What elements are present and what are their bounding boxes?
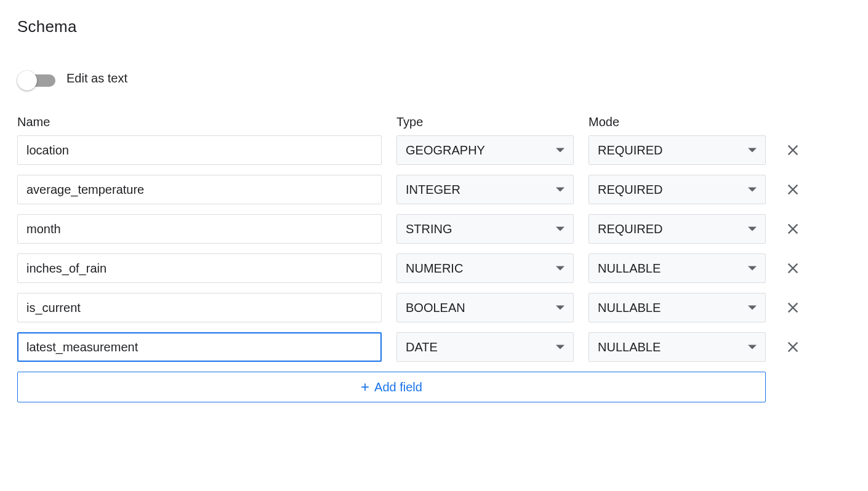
field-mode-select[interactable]: NULLABLE: [589, 293, 766, 322]
dropdown-icon: [748, 148, 757, 153]
dropdown-icon: [556, 345, 565, 349]
close-icon: [784, 299, 802, 316]
field-type-select[interactable]: STRING: [396, 214, 574, 244]
field-type-value: BOOLEAN: [406, 301, 465, 315]
field-type-value: INTEGER: [406, 183, 460, 197]
dropdown-icon: [748, 345, 757, 349]
field-type-value: NUMERIC: [406, 261, 463, 276]
column-headers: Name Type Mode: [17, 115, 851, 129]
edit-as-text-label: Edit as text: [66, 71, 127, 86]
field-mode-select[interactable]: REQUIRED: [589, 135, 766, 165]
dropdown-icon: [556, 266, 565, 271]
schema-rows: GEOGRAPHY REQUIRED INTEGER: [17, 135, 851, 362]
field-mode-select[interactable]: NULLABLE: [589, 332, 766, 362]
close-icon: [784, 142, 802, 159]
header-name: Name: [17, 115, 382, 129]
remove-field-button[interactable]: [783, 180, 803, 199]
field-name-input[interactable]: [17, 135, 382, 165]
field-mode-value: REQUIRED: [598, 222, 663, 236]
field-name-input[interactable]: [17, 175, 382, 204]
field-mode-value: NULLABLE: [598, 340, 661, 354]
field-name-input[interactable]: [17, 253, 382, 283]
schema-row: INTEGER REQUIRED: [17, 175, 851, 204]
field-name-input[interactable]: [17, 293, 382, 322]
add-field-label: Add field: [374, 380, 422, 394]
field-type-value: DATE: [406, 340, 438, 354]
schema-title: Schema: [17, 17, 851, 36]
field-mode-value: REQUIRED: [598, 183, 663, 197]
schema-row: DATE NULLABLE: [17, 332, 851, 362]
close-icon: [784, 220, 802, 238]
edit-as-text-toggle[interactable]: [17, 71, 55, 86]
field-type-select[interactable]: INTEGER: [396, 175, 574, 204]
field-type-select[interactable]: DATE: [396, 332, 574, 362]
header-type: Type: [396, 115, 574, 129]
close-icon: [784, 338, 802, 356]
dropdown-icon: [556, 306, 565, 310]
plus-icon: +: [361, 380, 369, 394]
close-icon: [784, 181, 802, 198]
add-field-row: + Add field: [17, 372, 851, 402]
remove-field-button[interactable]: [783, 140, 803, 160]
field-mode-value: REQUIRED: [598, 143, 663, 158]
schema-row: GEOGRAPHY REQUIRED: [17, 135, 851, 165]
remove-field-button[interactable]: [783, 337, 803, 357]
toggle-thumb: [17, 71, 37, 90]
dropdown-icon: [748, 266, 757, 271]
schema-row: BOOLEAN NULLABLE: [17, 293, 851, 322]
dropdown-icon: [748, 188, 757, 192]
header-mode: Mode: [589, 115, 766, 129]
remove-field-button[interactable]: [783, 298, 803, 317]
edit-as-text-row: Edit as text: [17, 71, 851, 86]
field-mode-select[interactable]: REQUIRED: [589, 175, 766, 204]
field-type-select[interactable]: GEOGRAPHY: [396, 135, 574, 165]
dropdown-icon: [556, 227, 565, 231]
schema-row: STRING REQUIRED: [17, 214, 851, 244]
remove-field-button[interactable]: [783, 219, 803, 239]
field-name-input[interactable]: [17, 332, 382, 362]
dropdown-icon: [556, 148, 565, 153]
field-type-select[interactable]: BOOLEAN: [396, 293, 574, 322]
remove-field-button[interactable]: [783, 258, 803, 278]
field-type-value: STRING: [406, 222, 452, 236]
field-mode-value: NULLABLE: [598, 261, 661, 276]
field-mode-select[interactable]: REQUIRED: [589, 214, 766, 244]
dropdown-icon: [748, 306, 757, 310]
field-mode-value: NULLABLE: [598, 301, 661, 315]
field-mode-select[interactable]: NULLABLE: [589, 253, 766, 283]
field-type-value: GEOGRAPHY: [406, 143, 485, 158]
field-name-input[interactable]: [17, 214, 382, 244]
dropdown-icon: [748, 227, 757, 231]
field-type-select[interactable]: NUMERIC: [396, 253, 574, 283]
schema-row: NUMERIC NULLABLE: [17, 253, 851, 283]
add-field-button[interactable]: + Add field: [17, 372, 766, 402]
dropdown-icon: [556, 188, 565, 192]
close-icon: [784, 260, 802, 277]
